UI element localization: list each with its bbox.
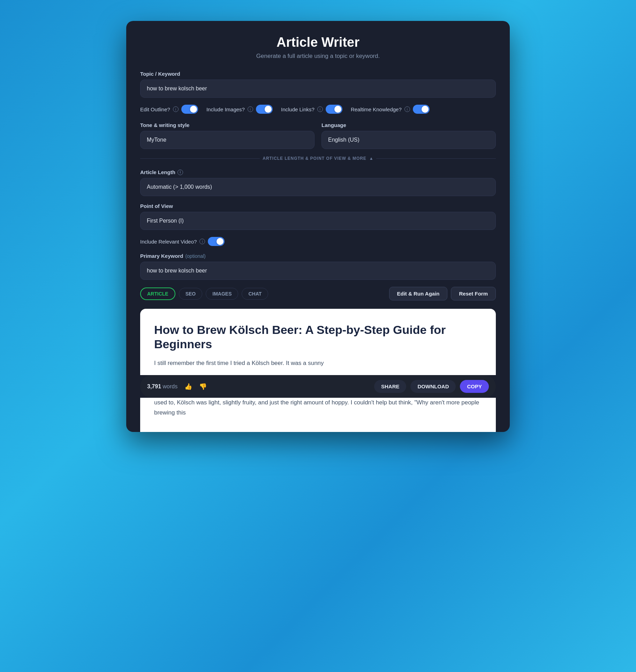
include-video-label: Include Relevant Video? xyxy=(140,239,197,245)
edit-outline-info-icon[interactable]: i xyxy=(173,106,179,112)
header: Article Writer Generate a full article u… xyxy=(140,35,496,60)
page-title: Article Writer xyxy=(140,35,496,50)
tab-article[interactable]: ARTICLE xyxy=(140,288,175,300)
include-video-section: Include Relevant Video? i xyxy=(140,237,496,246)
article-length-info-icon[interactable]: i xyxy=(177,170,183,175)
tab-chat[interactable]: CHAT xyxy=(242,288,268,300)
word-count-label: words xyxy=(163,383,178,389)
include-images-info-icon[interactable]: i xyxy=(248,106,253,112)
include-links-info-icon[interactable]: i xyxy=(317,106,323,112)
include-links-toggle-group: Include Links? i xyxy=(281,105,342,114)
edit-run-again-button[interactable]: Edit & Run Again xyxy=(389,287,448,300)
expander-line-left xyxy=(140,158,260,159)
page-subtitle: Generate a full article using a topic or… xyxy=(140,53,496,60)
primary-keyword-section: Primary Keyword (optional) xyxy=(140,253,496,287)
pov-label: Point of View xyxy=(140,203,496,209)
tone-language-row: Tone & writing style Language xyxy=(140,122,496,149)
expander-row[interactable]: ARTICLE LENGTH & POINT OF VIEW & MORE ▲ xyxy=(140,156,496,161)
primary-keyword-optional: (optional) xyxy=(185,253,205,259)
tabs-row: ARTICLE SEO IMAGES CHAT Edit & Run Again… xyxy=(140,287,496,300)
article-title: How to Brew Kölsch Beer: A Step-by-Step … xyxy=(154,323,482,351)
tab-images[interactable]: IMAGES xyxy=(206,288,238,300)
article-length-section: Article Length i xyxy=(140,169,496,203)
article-body-para2: used to, Kölsch was light, slightly frui… xyxy=(154,398,482,418)
reset-form-button[interactable]: Reset Form xyxy=(451,287,496,300)
include-video-info-icon[interactable]: i xyxy=(199,239,205,244)
realtime-knowledge-info-icon[interactable]: i xyxy=(404,106,410,112)
include-images-toggle[interactable] xyxy=(256,105,273,114)
realtime-knowledge-toggle[interactable] xyxy=(413,105,430,114)
realtime-knowledge-toggle-group: Realtime Knowledge? i xyxy=(351,105,430,114)
tone-input[interactable] xyxy=(140,131,315,149)
article-body: I still remember the first time I tried … xyxy=(154,358,482,368)
bottom-bar: 3,791 words 👍 👎 SHARE DOWNLOAD COPY xyxy=(140,375,496,398)
word-count-number: 3,791 xyxy=(147,383,161,389)
article-length-input[interactable] xyxy=(140,178,496,196)
tone-label: Tone & writing style xyxy=(140,122,315,128)
thumbs-down-button[interactable]: 👎 xyxy=(198,381,208,392)
copy-button[interactable]: COPY xyxy=(460,380,489,393)
primary-keyword-input[interactable] xyxy=(140,262,496,280)
topic-label: Topic / Keyword xyxy=(140,71,496,77)
tabs-left: ARTICLE SEO IMAGES CHAT xyxy=(140,288,268,300)
article-length-label: Article Length xyxy=(140,169,175,175)
tone-section: Tone & writing style xyxy=(140,122,315,149)
include-links-toggle[interactable] xyxy=(326,105,342,114)
include-video-toggle[interactable] xyxy=(208,237,225,246)
pov-section: Point of View xyxy=(140,203,496,237)
expander-line-right xyxy=(376,158,496,159)
app-window: Article Writer Generate a full article u… xyxy=(126,21,510,432)
include-images-toggle-group: Include Images? i xyxy=(206,105,273,114)
expander-text: ARTICLE LENGTH & POINT OF VIEW & MORE xyxy=(263,156,366,161)
tabs-right: Edit & Run Again Reset Form xyxy=(389,287,496,300)
article-body-para1: I still remember the first time I tried … xyxy=(154,358,482,368)
language-input[interactable] xyxy=(321,131,496,149)
article-preview: How to Brew Kölsch Beer: A Step-by-Step … xyxy=(140,309,496,375)
download-button[interactable]: DOWNLOAD xyxy=(410,380,456,393)
word-count: 3,791 words xyxy=(147,383,177,390)
topic-input[interactable] xyxy=(140,80,496,98)
edit-outline-label: Edit Outline? xyxy=(140,106,170,112)
language-section: Language xyxy=(321,122,496,149)
toggles-row: Edit Outline? i Include Images? i Includ… xyxy=(140,105,496,114)
share-button[interactable]: SHARE xyxy=(374,380,407,393)
chevron-up-icon: ▲ xyxy=(369,156,373,161)
edit-outline-toggle-group: Edit Outline? i xyxy=(140,105,198,114)
include-links-label: Include Links? xyxy=(281,106,315,112)
pov-input[interactable] xyxy=(140,212,496,230)
edit-outline-toggle[interactable] xyxy=(181,105,198,114)
thumbs-up-button[interactable]: 👍 xyxy=(183,381,194,392)
tab-seo[interactable]: SEO xyxy=(179,288,203,300)
language-label: Language xyxy=(321,122,496,128)
topic-section: Topic / Keyword xyxy=(140,71,496,105)
realtime-knowledge-label: Realtime Knowledge? xyxy=(351,106,402,112)
primary-keyword-label: Primary Keyword xyxy=(140,253,183,259)
include-images-label: Include Images? xyxy=(206,106,245,112)
